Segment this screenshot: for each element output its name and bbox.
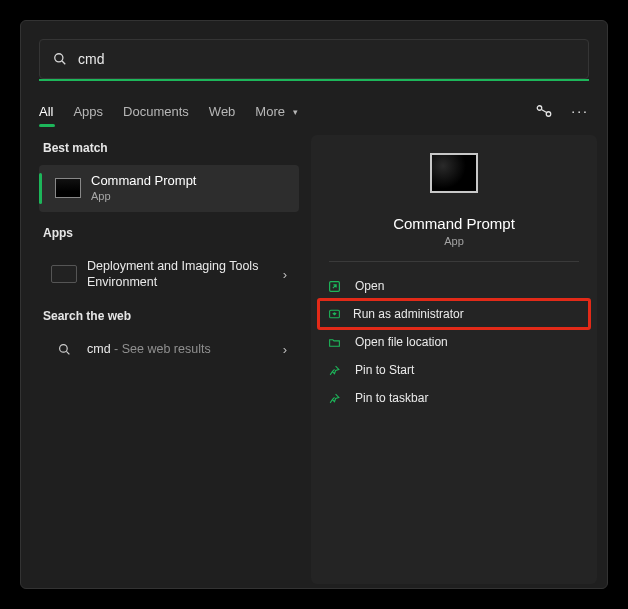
app-generic-icon xyxy=(51,265,77,283)
search-input[interactable] xyxy=(78,51,576,67)
search-icon xyxy=(52,51,68,67)
apps-item-line1: Deployment and Imaging Tools xyxy=(87,259,258,273)
action-open-location-label: Open file location xyxy=(355,335,448,349)
section-search-web: Search the web xyxy=(43,309,299,323)
apps-item-line2: Environment xyxy=(87,275,157,289)
shield-admin-icon xyxy=(327,307,341,321)
best-match-title: Command Prompt xyxy=(91,173,196,188)
folder-icon xyxy=(327,335,341,349)
pin-icon xyxy=(327,363,341,377)
action-pin-to-taskbar[interactable]: Pin to taskbar xyxy=(311,384,597,412)
best-match-item[interactable]: Command Prompt App xyxy=(39,165,299,212)
tab-more-label: More xyxy=(255,104,285,119)
svg-point-4 xyxy=(59,345,67,353)
pin-icon xyxy=(327,391,341,405)
tab-documents[interactable]: Documents xyxy=(123,104,189,119)
selection-accent xyxy=(39,173,42,204)
separator xyxy=(329,261,579,262)
search-underline xyxy=(39,79,589,81)
svg-point-3 xyxy=(547,112,552,117)
best-match-subtitle: App xyxy=(91,190,196,202)
action-open-file-location[interactable]: Open file location xyxy=(311,328,597,356)
action-open-label: Open xyxy=(355,279,384,293)
connect-icon[interactable] xyxy=(535,104,553,118)
preview-subtitle: App xyxy=(311,235,597,247)
search-icon xyxy=(51,341,77,359)
search-bar[interactable] xyxy=(39,39,589,79)
chevron-right-icon: › xyxy=(283,267,287,282)
tab-more[interactable]: More ▾ xyxy=(255,104,297,119)
more-options-icon[interactable]: ··· xyxy=(571,103,589,119)
cmd-app-icon xyxy=(55,178,81,198)
tab-web[interactable]: Web xyxy=(209,104,236,119)
apps-result-item[interactable]: Deployment and Imaging Tools Environment… xyxy=(39,250,299,299)
svg-point-0 xyxy=(55,54,63,62)
web-result-suffix: - See web results xyxy=(111,342,211,356)
svg-line-5 xyxy=(66,351,69,354)
tab-apps[interactable]: Apps xyxy=(73,104,103,119)
chevron-right-icon: › xyxy=(283,342,287,357)
cmd-preview-icon xyxy=(430,153,478,193)
svg-line-1 xyxy=(62,61,65,64)
preview-pane: Command Prompt App Open Run as administr… xyxy=(311,135,597,584)
tab-all[interactable]: All xyxy=(39,104,53,119)
chevron-down-icon: ▾ xyxy=(293,107,298,117)
section-best-match: Best match xyxy=(43,141,299,155)
action-pin-to-start[interactable]: Pin to Start xyxy=(311,356,597,384)
action-pin-start-label: Pin to Start xyxy=(355,363,414,377)
action-open[interactable]: Open xyxy=(311,272,597,300)
preview-title: Command Prompt xyxy=(311,215,597,232)
svg-point-2 xyxy=(538,106,543,111)
open-icon xyxy=(327,279,341,293)
start-search-panel: All Apps Documents Web More ▾ ··· Best m… xyxy=(20,20,608,589)
filter-tabs: All Apps Documents Web More ▾ xyxy=(39,104,298,119)
web-result-query: cmd xyxy=(87,342,111,356)
action-run-admin-label: Run as administrator xyxy=(353,307,464,321)
section-apps: Apps xyxy=(43,226,299,240)
action-run-as-administrator[interactable]: Run as administrator xyxy=(319,300,589,328)
action-pin-taskbar-label: Pin to taskbar xyxy=(355,391,428,405)
results-list: Best match Command Prompt App Apps Deplo… xyxy=(21,135,303,594)
web-result-item[interactable]: cmd - See web results › xyxy=(39,333,299,367)
